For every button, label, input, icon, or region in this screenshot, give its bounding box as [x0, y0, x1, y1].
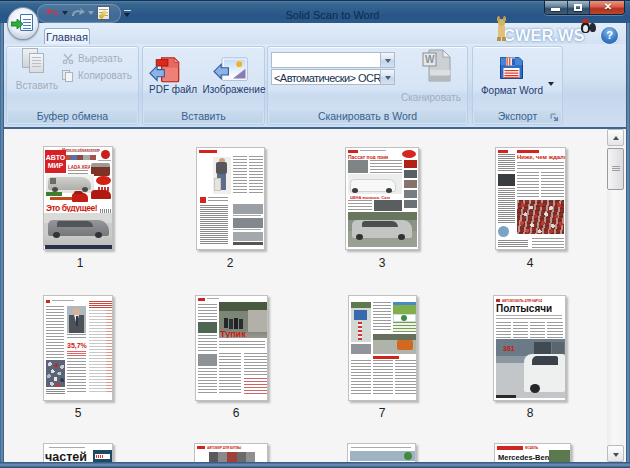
svg-text:W: W [425, 54, 435, 65]
